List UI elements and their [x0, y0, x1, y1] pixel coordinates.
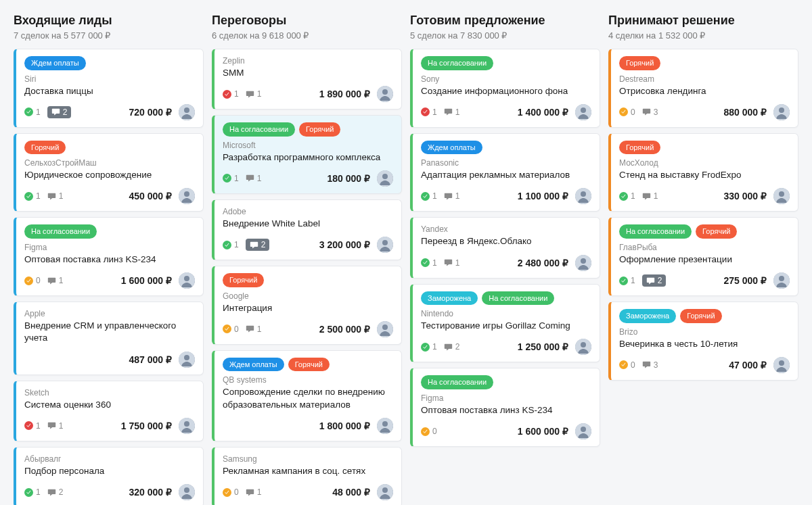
assignee-avatar[interactable] [377, 237, 393, 253]
comments-stat: 2 [246, 239, 270, 251]
card-stats: 01 [223, 324, 261, 334]
assignee-avatar[interactable] [179, 484, 195, 500]
column-header: Принимают решение 4 сделки на 1 532 000 … [608, 14, 798, 41]
column-title: Входящие лиды [14, 14, 204, 28]
deal-card[interactable]: На согласовании Figma Оптовая поставка л… [410, 368, 600, 447]
svg-point-21 [382, 324, 388, 330]
card-right: 450 000 ₽ [129, 188, 196, 204]
assignee-avatar[interactable] [575, 104, 591, 120]
comment-icon [47, 421, 56, 430]
deal-card[interactable]: Ждем оплаты Panasonic Адаптация рекламны… [410, 133, 600, 212]
svg-point-1 [184, 107, 189, 113]
assignee-avatar[interactable] [179, 352, 195, 368]
deal-amount: 1 250 000 ₽ [518, 341, 568, 352]
deal-card[interactable]: Ждем оплаты Siri Доставка пиццы 12 720 0… [14, 49, 204, 128]
tag-row: На согласовании [421, 56, 591, 70]
deal-card[interactable]: Горячий МосХолод Стенд на выставку FrodE… [608, 133, 798, 212]
deal-card[interactable]: На согласовании Figma Оптовая поставка л… [14, 217, 204, 296]
card-right: 1 890 000 ₽ [319, 86, 393, 102]
kanban-column[interactable]: Принимают решение 4 сделки на 1 532 000 … [608, 14, 798, 505]
card-stats: 12 [24, 487, 63, 497]
column-cards: На согласовании Sony Создание информацио… [410, 49, 600, 447]
deal-card[interactable]: ЗамороженаГорячий Brizo Вечеринка в чест… [608, 302, 798, 381]
card-footer: 1 800 000 ₽ [223, 418, 393, 434]
card-right: 487 000 ₽ [129, 352, 196, 368]
check-circle-icon [619, 192, 628, 201]
deal-card[interactable]: На согласованииГорячий ГлавРыба Оформлен… [608, 217, 798, 296]
deal-card[interactable]: ЗамороженаНа согласовании Nintendo Тести… [410, 284, 600, 363]
assignee-avatar[interactable] [575, 339, 591, 355]
card-footer: 11 330 000 ₽ [619, 188, 790, 204]
kanban-column[interactable]: Входящие лиды 7 сделок на 5 577 000 ₽ Жд… [14, 14, 204, 505]
assignee-avatar[interactable] [179, 188, 195, 204]
tag-approval: На согласовании [421, 375, 493, 389]
column-subtitle: 4 сделки на 1 532 000 ₽ [608, 30, 798, 41]
comments-stat: 2 [444, 342, 460, 352]
assignee-avatar[interactable] [377, 86, 393, 102]
tag-hot: Горячий [223, 273, 264, 287]
company-name: Nintendo [421, 309, 591, 318]
deal-card[interactable]: Adobe Внедрение White Label 12 3 200 000… [212, 199, 402, 260]
deal-card[interactable]: На согласованииГорячий Microsoft Разрабо… [212, 115, 402, 194]
company-name: СельхозСтройМаш [24, 158, 195, 168]
deal-amount: 2 500 000 ₽ [319, 324, 370, 335]
tasks-stat: 1 [24, 107, 41, 117]
comments-stat: 1 [444, 258, 460, 268]
check-circle-icon [223, 324, 231, 333]
column-header: Готовим предложение 5 сделок на 7 830 00… [410, 14, 600, 41]
deal-card[interactable]: Горячий СельхозСтройМаш Юридическое сопр… [14, 133, 204, 212]
assignee-avatar[interactable] [575, 188, 591, 204]
assignee-avatar[interactable] [179, 418, 195, 434]
tag-frozen: Заморожена [421, 291, 478, 306]
card-right: 1 600 000 ₽ [518, 423, 591, 439]
svg-point-7 [184, 355, 189, 360]
deal-title: Подбор персонала [24, 465, 195, 477]
assignee-avatar[interactable] [179, 104, 195, 120]
card-stats: 12 [421, 342, 459, 352]
deal-amount: 720 000 ₽ [129, 107, 173, 118]
assignee-avatar[interactable] [773, 357, 790, 373]
deal-card[interactable]: Yandex Переезд в Яндекс.Облако 11 2 480 … [410, 217, 600, 278]
deal-card[interactable]: На согласовании Sony Создание информацио… [410, 49, 600, 128]
deal-title: Интеграция [223, 302, 393, 314]
deal-card[interactable]: Абырвалг Подбор персонала 12 320 000 ₽ [14, 447, 204, 505]
kanban-column[interactable]: Переговоры 6 сделок на 9 618 000 ₽ Zepli… [212, 14, 402, 505]
company-name: Brizo [619, 327, 790, 337]
card-right: 1 100 000 ₽ [518, 188, 591, 204]
deal-card[interactable]: Горячий Destream Отрисовка лендинга 03 8… [608, 49, 798, 128]
card-footer: 12 720 000 ₽ [24, 104, 195, 120]
deal-amount: 1 800 000 ₽ [319, 420, 370, 431]
deal-card[interactable]: Zeplin SMM 11 1 890 000 ₽ [212, 49, 402, 110]
deal-amount: 1 400 000 ₽ [518, 107, 568, 118]
assignee-avatar[interactable] [179, 272, 195, 289]
assignee-avatar[interactable] [773, 272, 790, 289]
check-circle-icon [24, 107, 33, 116]
assignee-avatar[interactable] [575, 255, 591, 271]
deal-card[interactable]: Ждем оплатыГорячий QB systems Сопровожде… [212, 350, 402, 441]
card-footer: 01 2 500 000 ₽ [223, 321, 393, 337]
tag-wait_payment: Ждем оплаты [24, 56, 86, 70]
deal-card[interactable]: Apple Внедрение CRM и управленческого уч… [14, 302, 204, 375]
comment-icon [444, 343, 453, 352]
assignee-avatar[interactable] [377, 484, 393, 500]
company-name: ГлавРыба [619, 243, 790, 252]
assignee-avatar[interactable] [773, 104, 790, 120]
assignee-avatar[interactable] [575, 423, 591, 439]
tasks-stat: 0 [619, 360, 635, 370]
assignee-avatar[interactable] [377, 170, 393, 187]
assignee-avatar[interactable] [377, 418, 393, 434]
company-name: Panasonic [421, 158, 591, 168]
assignee-avatar[interactable] [377, 321, 393, 337]
card-right: 180 000 ₽ [328, 170, 394, 187]
deal-card[interactable]: Sketch Система оценки 360 11 1 750 000 ₽ [14, 381, 204, 441]
check-circle-icon [223, 241, 231, 249]
check-circle-icon [619, 107, 628, 116]
kanban-column[interactable]: Готовим предложение 5 сделок на 7 830 00… [410, 14, 600, 505]
tasks-stat: 0 [223, 324, 239, 334]
comments-stat: 2 [47, 106, 72, 118]
deal-card[interactable]: Samsung Рекламная кампания в соц. сетях … [212, 447, 402, 505]
deal-card[interactable]: Горячий Google Интеграция 01 2 500 000 ₽ [212, 266, 402, 345]
assignee-avatar[interactable] [773, 188, 790, 204]
company-name: Zeplin [223, 56, 393, 66]
card-footer: 01 1 600 000 ₽ [24, 272, 195, 289]
